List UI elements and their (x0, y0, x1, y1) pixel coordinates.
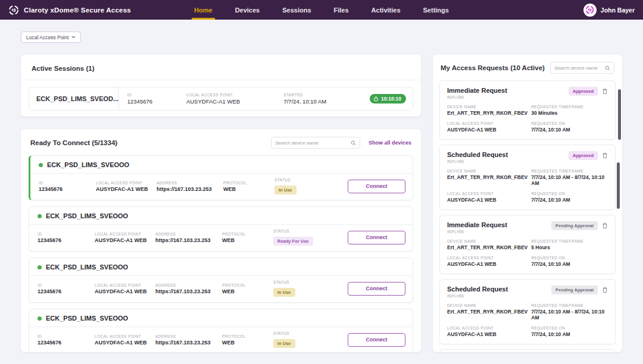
status-badge: Ready For Use (273, 237, 313, 246)
connect-button[interactable]: Connect (348, 282, 405, 296)
request-status-badge: Pending Approval (551, 285, 598, 294)
local-access-point-dropdown-label: Local Access Point (26, 34, 68, 40)
request-type: Scheduled Request (447, 151, 508, 158)
local-access-point-value: AUSYDFAC-A1 WEB (95, 340, 155, 346)
id-label: ID (38, 283, 95, 287)
status-label: STATUS (274, 178, 348, 182)
local-access-point-label: LOCAL ACCESS POINT (447, 121, 527, 125)
requested-timeframe-label: REQUESTED TIMEFRAME (531, 239, 608, 243)
requested-on-value: 7/7/24, 10:10 AM (531, 261, 608, 267)
connect-button[interactable]: Connect (348, 180, 405, 193)
id-value: 12345676 (38, 288, 95, 294)
id-label: ID (38, 334, 95, 338)
online-status-dot-icon (38, 316, 42, 321)
delete-request-button[interactable] (602, 287, 608, 293)
device-name: ECK_PSD_LIMS_SVEOOO (46, 263, 128, 271)
address-value: https://167.103.23.253 (155, 237, 222, 243)
device-fields: ID 12345676 LOCAL ACCESS POINT AUSYDFAC-… (29, 327, 413, 352)
device-list-scrollbar[interactable] (617, 162, 620, 209)
device-name-value: Ert_ART_TER_RYR_RKOR_FBEV (447, 110, 527, 116)
local-access-point-label: LOCAL ACCESS POINT (96, 181, 157, 185)
address-label: ADDRESS (155, 334, 222, 338)
protocol-value: WEB (222, 340, 273, 346)
request-reference: #DFLH56 (447, 294, 508, 298)
delete-request-button[interactable] (602, 152, 608, 159)
device-name-label: DEVICE NAME (447, 303, 527, 307)
request-status-badge: Approved (569, 151, 598, 160)
active-sessions-title: Active Sessions (1) (32, 65, 94, 72)
protocol-label: PROTOCOL (222, 232, 273, 236)
requested-timeframe-label: REQUESTED TIMEFRAME (531, 105, 608, 109)
requested-on-value: 7/7/24, 10:10 AM (531, 331, 608, 337)
device-card-header: ECK_PSD_LIMS_SVEOOO (29, 309, 413, 327)
app-title: Claroty xDome® Secure Access (24, 7, 131, 14)
device-card-header: ECK_PSD_LIMS_SVEOOO (29, 258, 413, 276)
brand: Claroty xDome® Secure Access (0, 0, 131, 20)
address-label: ADDRESS (157, 181, 223, 185)
protocol-label: PROTOCOL (222, 283, 273, 287)
status-label: STATUS (273, 280, 348, 284)
online-status-dot-icon (38, 214, 42, 218)
device-name-value: Ert_ART_TER_RYR_RKOR_FBEV (447, 174, 527, 180)
user-menu[interactable]: John Bayer (583, 0, 635, 20)
nav-item[interactable]: Settings (421, 0, 451, 20)
claroty-logo-icon (8, 5, 19, 15)
connect-button[interactable]: Connect (348, 231, 405, 244)
main-nav: Home Devices Sessions Files Activities S… (192, 0, 451, 20)
device-card: ECK_PSD_LIMS_SVEOOO ID 12345676 LOCAL AC… (29, 155, 413, 200)
nav-item[interactable]: Devices (233, 0, 263, 20)
requested-timeframe-value: 7/7/24, 10:10 AM - 8/7/24, 10:10 AM (531, 309, 608, 321)
requested-timeframe-label: REQUESTED TIMEFRAME (531, 303, 608, 307)
started-value: 7/7/24, 10:10 AM (283, 98, 370, 105)
connect-button[interactable]: Connect (348, 333, 405, 347)
user-avatar (583, 4, 597, 17)
request-status-badge: Approved (569, 87, 598, 96)
local-access-point-label: LOCAL ACCESS POINT (447, 192, 527, 196)
local-access-point-label: LOCAL ACCESS POINT (447, 326, 527, 330)
device-name: ECK_PSD_LIMS_SVEOOO (46, 315, 128, 322)
device-card: ECK_PSD_LIMS_SVEOOO ID 12345676 LOCAL AC… (29, 206, 413, 252)
device-card: ECK_PSD_LIMS_SVEOOO ID 12345676 LOCAL AC… (29, 258, 413, 303)
protocol-label: PROTOCOL (223, 181, 274, 185)
search-icon (351, 140, 356, 146)
requested-timeframe-label: REQUESTED TIMEFRAME (531, 169, 608, 173)
show-all-devices-link[interactable]: Show all devices (369, 140, 411, 146)
delete-request-button[interactable] (602, 88, 608, 95)
local-access-point-label: LOCAL ACCESS POINT (447, 256, 527, 260)
access-request-card: Immediate Request #DFLH56 Pending Approv… (439, 215, 616, 274)
nav-item-label: Files (334, 7, 349, 14)
nav-item-label: Activities (372, 7, 401, 14)
address-label: ADDRESS (155, 283, 222, 287)
request-list-scrollbar[interactable] (618, 89, 621, 140)
requested-on-value: 7/7/24, 10:10 AM (531, 197, 608, 203)
online-status-dot-icon (38, 265, 42, 269)
local-access-point-dropdown[interactable]: Local Access Point (21, 32, 81, 43)
device-card-header: ECK_PSD_LIMS_SVEOOO (30, 156, 413, 174)
request-type: Immediate Request (447, 221, 507, 228)
device-search-input[interactable] (275, 140, 351, 146)
trash-icon (602, 222, 608, 229)
local-access-point-value: AUSYDFAC-A1 WEB (186, 98, 276, 105)
status-label: STATUS (273, 229, 348, 233)
id-value: 12345676 (127, 98, 178, 105)
device-name: ECK_PSD_LIMS_SVEOOO (46, 212, 128, 219)
device-name: ECK_PSD_LIMS_SVEOOO (47, 161, 129, 168)
delete-request-button[interactable] (602, 222, 608, 229)
request-status-badge: Pending Approval (551, 221, 598, 230)
nav-item-label: Settings (423, 7, 449, 14)
access-request-card: Scheduled Request #DFLH56 Approved DEVIC… (439, 145, 616, 210)
request-search-input[interactable] (554, 65, 605, 71)
local-access-point-label: LOCAL ACCESS POINT (95, 232, 155, 236)
user-name: John Bayer (601, 7, 635, 14)
nav-item[interactable]: Activities (369, 0, 403, 20)
address-value: https://167.103.23.253 (157, 186, 223, 192)
nav-item-label: Devices (235, 7, 260, 14)
nav-item[interactable]: Home (192, 0, 215, 20)
nav-item[interactable]: Sessions (280, 0, 313, 20)
nav-item[interactable]: Files (332, 0, 351, 20)
address-label: ADDRESS (155, 232, 222, 236)
address-value: https://167.103.23.253 (155, 288, 222, 294)
status-badge: In Use (273, 339, 295, 348)
my-access-requests-title: My Access Requests (10 Active) (441, 64, 545, 71)
local-access-point-value: AUSYDFAC-A1 WEB (95, 288, 155, 294)
